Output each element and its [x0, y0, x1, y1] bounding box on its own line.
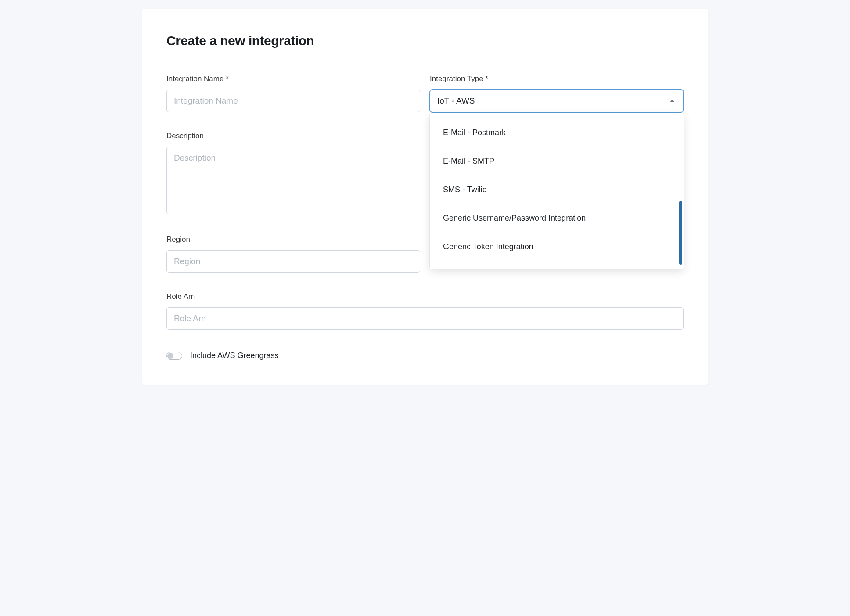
greengrass-toggle-row: Include AWS Greengrass: [166, 351, 684, 360]
integration-form-card: Create a new integration Integration Nam…: [142, 9, 708, 385]
rolearn-input[interactable]: [166, 307, 684, 330]
greengrass-toggle[interactable]: [166, 352, 182, 360]
dropdown-option[interactable]: Generic Token Integration: [430, 233, 684, 261]
integration-type-dropdown: E-Mail - Postmark E-Mail - SMTP SMS - Tw…: [430, 113, 684, 269]
region-input[interactable]: [166, 250, 420, 273]
greengrass-toggle-label: Include AWS Greengrass: [190, 351, 278, 360]
dropdown-option[interactable]: E-Mail - SMTP: [430, 147, 684, 175]
rolearn-label: Role Arn: [166, 292, 684, 301]
integration-type-label: Integration Type *: [430, 75, 684, 83]
field-integration-name: Integration Name *: [166, 75, 420, 112]
integration-type-selected-value: IoT - AWS: [437, 96, 475, 106]
chevron-up-icon: [670, 100, 674, 102]
dropdown-option[interactable]: SMS - Twilio: [430, 175, 684, 204]
page-title: Create a new integration: [166, 33, 684, 48]
integration-name-input[interactable]: [166, 90, 420, 112]
dropdown-option[interactable]: Generic Username/Password Integration: [430, 204, 684, 233]
field-integration-type: Integration Type * IoT - AWS E-Mail - Po…: [430, 75, 684, 112]
dropdown-option[interactable]: E-Mail - Postmark: [430, 118, 684, 147]
toggle-knob: [167, 353, 173, 359]
field-rolearn: Role Arn: [166, 292, 684, 330]
scrollbar-thumb[interactable]: [679, 201, 682, 265]
field-region: Region: [166, 235, 420, 273]
form-row-rolearn: Role Arn: [166, 292, 684, 330]
integration-type-select[interactable]: IoT - AWS: [430, 90, 684, 112]
form-row-name-type: Integration Name * Integration Type * Io…: [166, 75, 684, 112]
region-label: Region: [166, 235, 420, 244]
integration-name-label: Integration Name *: [166, 75, 420, 83]
